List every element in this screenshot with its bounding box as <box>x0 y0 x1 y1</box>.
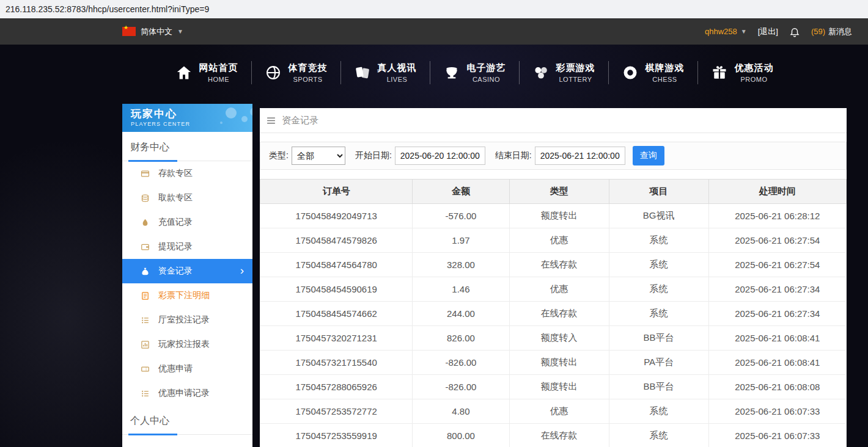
nav-label-zh: 优惠活动 <box>735 62 774 74</box>
type-cell: 额度转入 <box>509 326 609 351</box>
sidebar-item[interactable]: 玩家投注报表 <box>122 332 252 357</box>
sidebar-item[interactable]: 彩票下注明细 <box>122 283 252 308</box>
sidebar-menu: 财务中心存款专区取款专区充值记录提现记录资金记录›彩票下注明细厅室投注记录玩家投… <box>122 132 252 435</box>
nav-item-text: 优惠活动PROMO <box>735 62 774 83</box>
nav-item-text: 彩票游戏LOTTERY <box>556 62 595 83</box>
end-date-input[interactable] <box>535 147 625 165</box>
nav-label-zh: 棋牌游戏 <box>645 62 685 74</box>
process-time-cell: 2025-06-21 06:27:34 <box>708 302 846 326</box>
sidebar-item-label: 优惠申请 <box>158 363 193 374</box>
sidebar-item[interactable]: 存款专区 <box>122 161 252 186</box>
nav-item-home[interactable]: 网站首页HOME <box>163 62 251 83</box>
nav-label-zh: 网站首页 <box>199 62 238 74</box>
chevron-down-icon: ▼ <box>177 28 183 35</box>
logout-button[interactable]: [退出] <box>758 26 778 37</box>
sidebar-item-label: 取款专区 <box>158 192 193 203</box>
amount-cell: 4.80 <box>413 399 509 424</box>
start-date-input[interactable] <box>395 147 485 165</box>
nav-label-zh: 电子游艺 <box>467 62 506 74</box>
nav-label-en: CHESS <box>645 76 685 83</box>
table-row: 1750457288065926-826.00额度转出BB平台2025-06-2… <box>260 375 847 399</box>
type-select[interactable]: 全部 <box>292 147 345 165</box>
sidebar-section-title: 财务中心 <box>122 132 252 161</box>
nav-item-chess[interactable]: 棋牌游戏CHESS <box>609 62 697 83</box>
nav-item-text: 电子游艺CASINO <box>467 62 506 83</box>
username: qhhw258 <box>705 27 737 36</box>
user-menu[interactable]: qhhw258 ▼ <box>705 27 747 36</box>
order-no-cell: 1750458454590619 <box>260 277 413 302</box>
breadcrumb: 资金记录 <box>260 108 847 133</box>
project-cell: 系统 <box>609 424 708 447</box>
sidebar-item-label: 充值记录 <box>158 217 193 228</box>
amount-cell: 800.00 <box>413 424 509 447</box>
sidebar-item[interactable]: 资金记录› <box>122 259 252 283</box>
nav-item-lives[interactable]: 真人视讯LIVES <box>341 62 430 83</box>
nav-label-zh: 真人视讯 <box>378 62 417 74</box>
column-header: 类型 <box>509 180 609 204</box>
language-selector[interactable]: ★ 简体中文 ▼ <box>122 26 183 37</box>
lives-icon <box>354 64 371 81</box>
funds-table-body: 1750458492049713-576.00额度转出BG视讯2025-06-2… <box>260 204 847 447</box>
table-row: 1750457320271231826.00额度转入BB平台2025-06-21… <box>260 326 847 351</box>
table-row: 1750458492049713-576.00额度转出BG视讯2025-06-2… <box>260 204 847 228</box>
column-header: 处理时间 <box>708 180 846 204</box>
amount-cell: -826.00 <box>413 375 509 399</box>
new-messages-link[interactable]: (59) 新消息 <box>811 26 852 37</box>
project-cell: BB平台 <box>609 326 708 351</box>
browser-url-bar[interactable]: 216.118.235.52:8783/hhcp/usercenter.html… <box>0 0 868 18</box>
table-row: 1750458454574662244.00在线存款系统2025-06-21 0… <box>260 302 847 326</box>
nav-item-text: 棋牌游戏CHESS <box>645 62 685 83</box>
chess-icon <box>622 64 639 81</box>
bell-icon[interactable] <box>789 26 800 37</box>
nav-label-en: LOTTERY <box>556 76 595 83</box>
nav-label-zh: 体育竞技 <box>289 62 328 74</box>
sidebar-item[interactable]: 优惠申请记录 <box>122 381 252 405</box>
query-button[interactable]: 查询 <box>633 146 664 165</box>
amount-cell: 1.46 <box>413 277 509 302</box>
table-row: 1750458474564780328.00在线存款系统2025-06-21 0… <box>260 253 847 277</box>
money-bag-icon <box>141 267 150 276</box>
column-header: 金额 <box>413 180 509 204</box>
order-no-cell: 1750457253572772 <box>260 399 413 424</box>
process-time-cell: 2025-06-21 06:08:08 <box>708 375 846 399</box>
process-time-cell: 2025-06-21 06:27:34 <box>708 277 846 302</box>
project-cell: 系统 <box>609 253 708 277</box>
table-row: 17504572535727724.80优惠系统2025-06-21 06:07… <box>260 399 847 424</box>
funds-table-head-row: 订单号金额类型项目处理时间 <box>260 180 847 204</box>
sidebar-section-title: 个人中心 <box>122 405 252 435</box>
breadcrumb-label: 资金记录 <box>282 115 318 126</box>
type-cell: 在线存款 <box>509 253 609 277</box>
nav-item-sports[interactable]: 体育竞技SPORTS <box>252 62 340 83</box>
sidebar-item[interactable]: 取款专区 <box>122 186 252 210</box>
main-nav: 网站首页HOME体育竞技SPORTS真人视讯LIVES电子游艺CASINO彩票游… <box>0 45 868 101</box>
hall-record-icon <box>141 316 150 325</box>
nav-label-en: HOME <box>199 76 238 83</box>
nav-item-promo[interactable]: 优惠活动PROMO <box>698 62 787 83</box>
order-no-cell: 1750458474579826 <box>260 228 413 253</box>
nav-item-casino[interactable]: 电子游艺CASINO <box>430 62 519 83</box>
sidebar-item[interactable]: 提现记录 <box>122 234 252 259</box>
sidebar-item[interactable]: 厅室投注记录 <box>122 308 252 332</box>
message-label: 新消息 <box>828 26 852 37</box>
nav-item-text: 网站首页HOME <box>199 62 238 83</box>
coins-icon <box>141 194 150 203</box>
table-row: 17504584545906191.46优惠系统2025-06-21 06:27… <box>260 277 847 302</box>
account-actions: qhhw258 ▼ [退出] (59) 新消息 <box>705 26 852 37</box>
order-no-cell: 1750458492049713 <box>260 204 413 228</box>
table-row: 1750457253559919800.00在线存款系统2025-06-21 0… <box>260 424 847 447</box>
message-count: (59) <box>811 27 825 36</box>
type-cell: 额度转出 <box>509 204 609 228</box>
type-cell: 优惠 <box>509 228 609 253</box>
project-cell: PA平台 <box>609 351 708 375</box>
sidebar-item[interactable]: 充值记录 <box>122 210 252 234</box>
sidebar-item[interactable]: 优惠申请 <box>122 357 252 381</box>
table-row: 17504584745798261.97优惠系统2025-06-21 06:27… <box>260 228 847 253</box>
nav-item-lottery[interactable]: 彩票游戏LOTTERY <box>520 62 608 83</box>
wallet-icon <box>141 242 150 252</box>
lottery-detail-icon <box>141 291 150 300</box>
filter-bar: 类型: 全部 开始日期: 结束日期: 查询 <box>260 142 847 170</box>
column-header: 项目 <box>609 180 708 204</box>
nav-label-zh: 彩票游戏 <box>556 62 595 74</box>
order-no-cell: 1750458474564780 <box>260 253 413 277</box>
chevron-down-icon: ▼ <box>741 28 747 35</box>
